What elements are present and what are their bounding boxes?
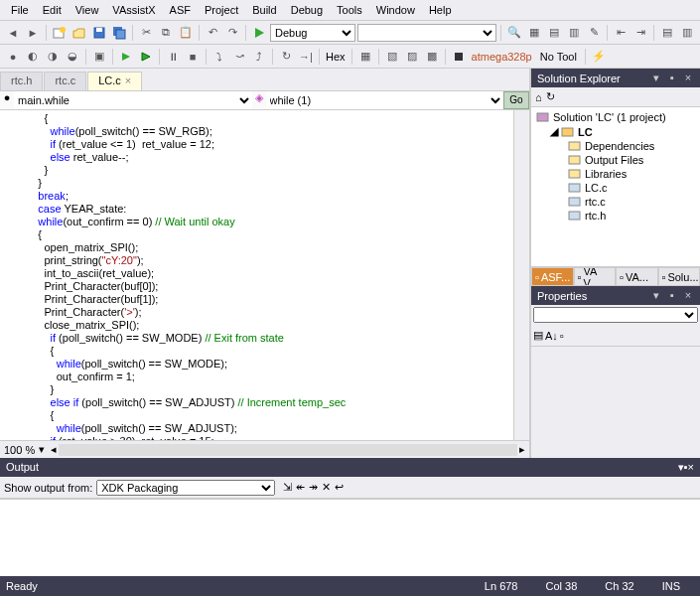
save-all-icon[interactable] bbox=[110, 24, 128, 42]
vertical-scrollbar[interactable] bbox=[513, 110, 529, 440]
menu-build[interactable]: Build bbox=[245, 2, 283, 18]
navigate-forward-icon[interactable]: ► bbox=[24, 24, 42, 42]
goto-icon[interactable]: ⇲ bbox=[283, 481, 292, 494]
run-nodebug-icon[interactable] bbox=[137, 48, 155, 66]
properties-object-select[interactable] bbox=[533, 307, 698, 323]
open-icon[interactable] bbox=[70, 24, 88, 42]
file-tab-rtc-h[interactable]: rtc.h bbox=[0, 72, 43, 90]
menu-help[interactable]: Help bbox=[422, 2, 459, 18]
menu-window[interactable]: Window bbox=[369, 2, 422, 18]
menu-file[interactable]: File bbox=[4, 2, 36, 18]
file-tab-rtc-c[interactable]: rtc.c bbox=[44, 72, 86, 90]
break3-icon[interactable]: ◑ bbox=[44, 48, 62, 66]
close-tab-icon[interactable]: × bbox=[125, 74, 131, 86]
right-tab-3[interactable]: ▫Solu... bbox=[658, 267, 701, 286]
pause-icon[interactable]: ⏸ bbox=[164, 48, 182, 66]
copy-icon[interactable]: ⧉ bbox=[157, 24, 175, 42]
window1-icon[interactable]: ▦ bbox=[525, 24, 543, 42]
uncomment-icon[interactable]: ▥ bbox=[678, 24, 696, 42]
reg3-icon[interactable]: ▩ bbox=[423, 48, 441, 66]
right-tab-2[interactable]: ▫VA... bbox=[616, 267, 658, 286]
scope-select[interactable]: main.while bbox=[14, 91, 252, 109]
right-tab-1[interactable]: ▫VA V... bbox=[574, 267, 617, 286]
redo-icon[interactable]: ↷ bbox=[223, 24, 241, 42]
tree-item-Libraries[interactable]: Libraries bbox=[534, 167, 697, 181]
close-icon[interactable]: × bbox=[688, 461, 694, 473]
break-icon[interactable]: ● bbox=[4, 48, 22, 66]
tree-item-Dependencies[interactable]: Dependencies bbox=[534, 139, 697, 153]
tree-item-Output-Files[interactable]: Output Files bbox=[534, 153, 697, 167]
step-into-icon[interactable]: ⤵ bbox=[210, 48, 228, 66]
tree-item-rtc-h[interactable]: rtc.h bbox=[534, 209, 697, 223]
config-select[interactable]: Debug bbox=[270, 24, 355, 42]
close-icon[interactable]: × bbox=[682, 289, 694, 302]
window2-icon[interactable]: ▤ bbox=[545, 24, 563, 42]
platform-select[interactable] bbox=[357, 24, 496, 42]
menu-debug[interactable]: Debug bbox=[284, 2, 330, 18]
output-body[interactable] bbox=[0, 499, 700, 576]
solution-root[interactable]: Solution 'LC' (1 project) bbox=[534, 110, 697, 124]
tree-item-rtc-c[interactable]: rtc.c bbox=[534, 195, 697, 209]
cut-icon[interactable]: ✂ bbox=[137, 24, 155, 42]
project-node[interactable]: ◢ LC bbox=[534, 124, 697, 139]
new-project-icon[interactable] bbox=[51, 24, 69, 42]
chip-icon[interactable]: ▣ bbox=[90, 48, 108, 66]
next-icon[interactable]: ↠ bbox=[309, 481, 318, 494]
navigate-back-icon[interactable]: ◄ bbox=[4, 24, 22, 42]
member-select[interactable]: while (1) bbox=[266, 91, 504, 109]
tool-label[interactable]: No Tool bbox=[536, 51, 581, 63]
menu-tools[interactable]: Tools bbox=[330, 2, 369, 18]
menu-edit[interactable]: Edit bbox=[36, 2, 69, 18]
file-tab-LC-c[interactable]: LC.c× bbox=[87, 72, 142, 90]
reg2-icon[interactable]: ▨ bbox=[403, 48, 421, 66]
menu-project[interactable]: Project bbox=[198, 2, 245, 18]
chip2-icon[interactable] bbox=[450, 48, 468, 66]
paste-icon[interactable]: 📋 bbox=[177, 24, 195, 42]
properties-icon[interactable]: ✎ bbox=[585, 24, 603, 42]
find-icon[interactable]: 🔍 bbox=[505, 24, 523, 42]
window3-icon[interactable]: ▥ bbox=[565, 24, 583, 42]
code-editor[interactable]: { while(poll_switch() == SW_RGB); if (re… bbox=[0, 110, 513, 440]
start-debug-icon[interactable] bbox=[250, 24, 268, 42]
dropdown-icon[interactable]: ▾ bbox=[650, 72, 662, 84]
break2-icon[interactable]: ◐ bbox=[24, 48, 42, 66]
zoom-dropdown-icon[interactable]: ▾ bbox=[39, 443, 45, 456]
lightning-icon[interactable]: ⚡ bbox=[590, 48, 608, 66]
h-scroll-right-icon[interactable]: ▸ bbox=[519, 443, 525, 456]
right-tab-0[interactable]: ▫ASF... bbox=[531, 267, 574, 286]
run-icon[interactable] bbox=[117, 48, 135, 66]
close-icon[interactable]: × bbox=[682, 72, 694, 84]
pin-icon[interactable]: ▪ bbox=[666, 289, 678, 302]
solution-tree[interactable]: Solution 'LC' (1 project)◢ LCDependencie… bbox=[531, 107, 700, 266]
go-button[interactable]: Go bbox=[503, 91, 529, 109]
menu-view[interactable]: View bbox=[69, 2, 106, 18]
outdent-icon[interactable]: ⇤ bbox=[612, 24, 630, 42]
clear-icon[interactable]: ✕ bbox=[322, 481, 331, 494]
comment-icon[interactable]: ▤ bbox=[658, 24, 676, 42]
pin-icon[interactable]: ▪ bbox=[666, 72, 678, 84]
step-out-icon[interactable]: ⤴ bbox=[250, 48, 268, 66]
hex-label[interactable]: Hex bbox=[324, 51, 348, 63]
expand-icon[interactable]: ◢ bbox=[550, 125, 558, 138]
refresh-icon[interactable]: ↻ bbox=[546, 90, 555, 103]
wrap-icon[interactable]: ↩ bbox=[335, 481, 344, 494]
home-icon[interactable]: ⌂ bbox=[535, 91, 542, 103]
properties-grid[interactable] bbox=[531, 347, 700, 458]
save-icon[interactable] bbox=[90, 24, 108, 42]
mem-icon[interactable]: ▦ bbox=[356, 48, 374, 66]
horizontal-scrollbar[interactable] bbox=[59, 444, 517, 456]
break4-icon[interactable]: ◒ bbox=[64, 48, 81, 66]
menu-asf[interactable]: ASF bbox=[163, 2, 198, 18]
indent-icon[interactable]: ⇥ bbox=[631, 24, 649, 42]
tree-item-LC-c[interactable]: LC.c bbox=[534, 181, 697, 195]
step-over-icon[interactable]: ⤻ bbox=[230, 48, 248, 66]
undo-icon[interactable]: ↶ bbox=[204, 24, 221, 42]
dropdown-icon[interactable]: ▾ bbox=[650, 289, 662, 302]
prev-icon[interactable]: ↞ bbox=[296, 481, 305, 494]
restart-icon[interactable]: ↻ bbox=[277, 48, 295, 66]
menu-vassistx[interactable]: VAssistX bbox=[105, 2, 162, 18]
reg1-icon[interactable]: ▧ bbox=[383, 48, 401, 66]
device-label[interactable]: atmega328p bbox=[470, 51, 534, 63]
h-scroll-left-icon[interactable]: ◂ bbox=[51, 443, 57, 456]
alphabetical-icon[interactable]: A↓ bbox=[545, 330, 558, 342]
